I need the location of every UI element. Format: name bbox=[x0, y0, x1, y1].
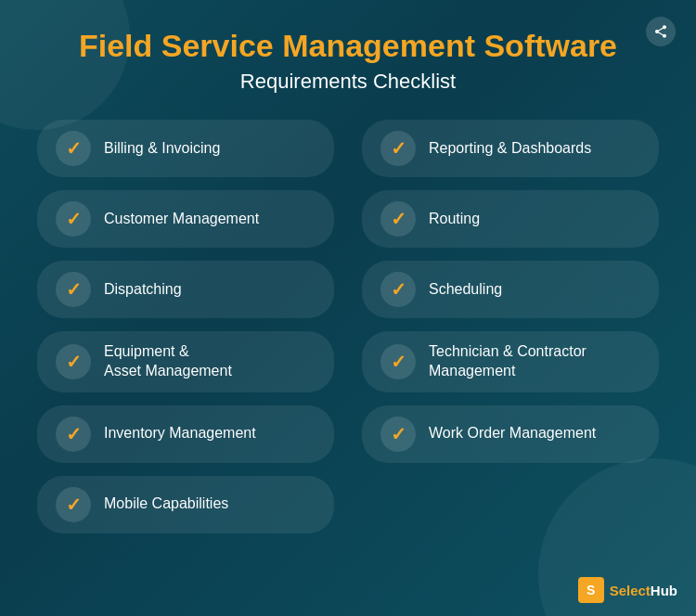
item-label-routing: Routing bbox=[429, 210, 480, 229]
checkmark-icon-routing: ✓ bbox=[391, 210, 406, 228]
main-container: Field Service Management Software Requir… bbox=[0, 0, 696, 552]
checkmark-icon-equipment: ✓ bbox=[66, 353, 82, 371]
selecthub-logo: S SelectHub bbox=[578, 577, 677, 603]
selecthub-highlight: Select bbox=[610, 583, 651, 598]
item-label-inventory: Inventory Management bbox=[104, 424, 256, 443]
checklist-item-equipment: ✓Equipment &Asset Management bbox=[37, 331, 334, 392]
selecthub-text: SelectHub bbox=[610, 583, 677, 598]
checklist-item-technician: ✓Technician & ContractorManagement bbox=[362, 331, 659, 392]
check-circle-reporting: ✓ bbox=[380, 131, 416, 166]
checklist-grid: ✓Billing & Invoicing✓Customer Management… bbox=[37, 120, 659, 533]
item-label-billing: Billing & Invoicing bbox=[104, 139, 220, 159]
checkmark-icon-workorder: ✓ bbox=[391, 425, 406, 443]
checkmark-icon-scheduling: ✓ bbox=[391, 280, 406, 299]
selecthub-icon: S bbox=[578, 577, 604, 603]
check-circle-inventory: ✓ bbox=[56, 417, 91, 452]
check-circle-scheduling: ✓ bbox=[380, 272, 416, 307]
check-circle-workorder: ✓ bbox=[380, 417, 416, 452]
check-circle-routing: ✓ bbox=[380, 201, 416, 237]
item-label-mobile: Mobile Capabilities bbox=[104, 494, 228, 514]
checklist-item-customer: ✓Customer Management bbox=[37, 190, 334, 248]
checkmark-icon-mobile: ✓ bbox=[66, 495, 82, 514]
checklist-item-workorder: ✓Work Order Management bbox=[362, 405, 659, 463]
checkmark-icon-customer: ✓ bbox=[66, 210, 82, 228]
check-circle-mobile: ✓ bbox=[56, 487, 91, 522]
right-column: ✓Reporting & Dashboards✓Routing✓Scheduli… bbox=[362, 120, 659, 533]
share-button[interactable] bbox=[646, 17, 676, 46]
checkmark-icon-dispatching: ✓ bbox=[66, 280, 82, 299]
item-label-reporting: Reporting & Dashboards bbox=[429, 139, 591, 159]
check-circle-dispatching: ✓ bbox=[56, 272, 91, 307]
checklist-item-scheduling: ✓Scheduling bbox=[362, 261, 659, 318]
check-circle-equipment: ✓ bbox=[56, 344, 91, 379]
checklist-item-routing: ✓Routing bbox=[362, 190, 659, 248]
check-circle-customer: ✓ bbox=[56, 201, 91, 237]
header-section: Field Service Management Software Requir… bbox=[37, 28, 659, 94]
checkmark-icon-billing: ✓ bbox=[66, 139, 82, 158]
item-label-dispatching: Dispatching bbox=[104, 280, 182, 300]
left-column: ✓Billing & Invoicing✓Customer Management… bbox=[37, 120, 334, 533]
checkmark-icon-inventory: ✓ bbox=[66, 425, 82, 443]
check-circle-billing: ✓ bbox=[56, 131, 91, 166]
item-label-technician: Technician & ContractorManagement bbox=[429, 342, 586, 381]
checklist-item-mobile: ✓Mobile Capabilities bbox=[37, 476, 334, 533]
check-circle-technician: ✓ bbox=[380, 344, 416, 379]
checklist-item-inventory: ✓Inventory Management bbox=[37, 405, 334, 463]
checklist-item-dispatching: ✓Dispatching bbox=[37, 261, 334, 318]
checkmark-icon-reporting: ✓ bbox=[391, 139, 406, 158]
checkmark-icon-technician: ✓ bbox=[391, 353, 406, 371]
item-label-equipment: Equipment &Asset Management bbox=[104, 342, 232, 381]
sub-title: Requirements Checklist bbox=[37, 70, 659, 94]
checklist-item-billing: ✓Billing & Invoicing bbox=[37, 120, 334, 177]
main-title: Field Service Management Software bbox=[37, 28, 659, 64]
item-label-customer: Customer Management bbox=[104, 210, 259, 229]
item-label-scheduling: Scheduling bbox=[429, 280, 502, 300]
item-label-workorder: Work Order Management bbox=[429, 424, 596, 443]
checklist-item-reporting: ✓Reporting & Dashboards bbox=[362, 120, 659, 177]
